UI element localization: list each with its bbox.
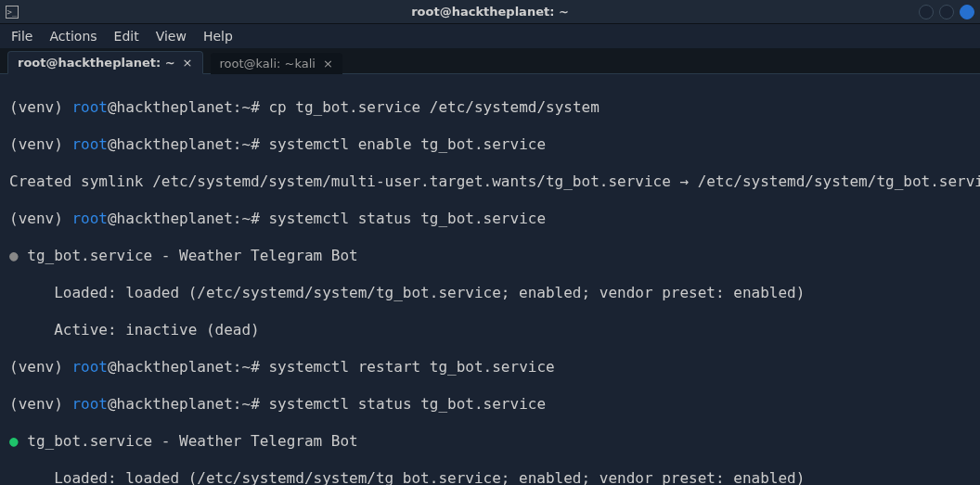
- menu-edit[interactable]: Edit: [114, 29, 139, 44]
- terminal-line: Loaded: loaded (/etc/systemd/system/tg_b…: [9, 284, 971, 302]
- terminal-line: (venv) root@hacktheplanet:~# systemctl s…: [9, 210, 971, 228]
- tab-active[interactable]: root@hacktheplanet: ~ ×: [7, 51, 203, 74]
- terminal-line: Active: inactive (dead): [9, 321, 971, 339]
- tab-inactive[interactable]: root@kali: ~kali ×: [211, 53, 342, 74]
- menu-help[interactable]: Help: [203, 29, 233, 44]
- terminal-line: (venv) root@hacktheplanet:~# systemctl r…: [9, 358, 971, 377]
- terminal-line: (venv) root@hacktheplanet:~# systemctl e…: [9, 135, 971, 154]
- terminal-icon: >_: [6, 6, 19, 19]
- menu-actions[interactable]: Actions: [49, 29, 97, 44]
- menu-view[interactable]: View: [156, 29, 187, 44]
- tab-label: root@kali: ~kali: [220, 57, 316, 70]
- menu-file[interactable]: File: [11, 29, 32, 44]
- terminal-line: (venv) root@hacktheplanet:~# cp tg_bot.s…: [9, 98, 971, 117]
- terminal-body[interactable]: (venv) root@hacktheplanet:~# cp tg_bot.s…: [0, 74, 980, 485]
- tabbar: root@hacktheplanet: ~ × root@kali: ~kali…: [0, 48, 980, 74]
- terminal-line: ● tg_bot.service - Weather Telegram Bot: [9, 432, 971, 451]
- close-icon[interactable]: ×: [183, 56, 193, 70]
- terminal-line: Created symlink /etc/systemd/system/mult…: [9, 172, 971, 191]
- terminal-line: ● tg_bot.service - Weather Telegram Bot: [9, 247, 971, 265]
- menubar: File Actions Edit View Help: [0, 24, 980, 48]
- terminal-line: (venv) root@hacktheplanet:~# systemctl s…: [9, 395, 971, 414]
- window-title: root@hacktheplanet: ~: [411, 5, 569, 19]
- maximize-button[interactable]: [939, 5, 954, 19]
- titlebar: >_ root@hacktheplanet: ~: [0, 0, 980, 24]
- terminal-line: Loaded: loaded (/etc/systemd/system/tg_b…: [9, 469, 971, 485]
- minimize-button[interactable]: [919, 5, 934, 19]
- close-button[interactable]: [960, 5, 974, 19]
- tab-label: root@hacktheplanet: ~: [18, 56, 175, 70]
- close-icon[interactable]: ×: [323, 57, 333, 70]
